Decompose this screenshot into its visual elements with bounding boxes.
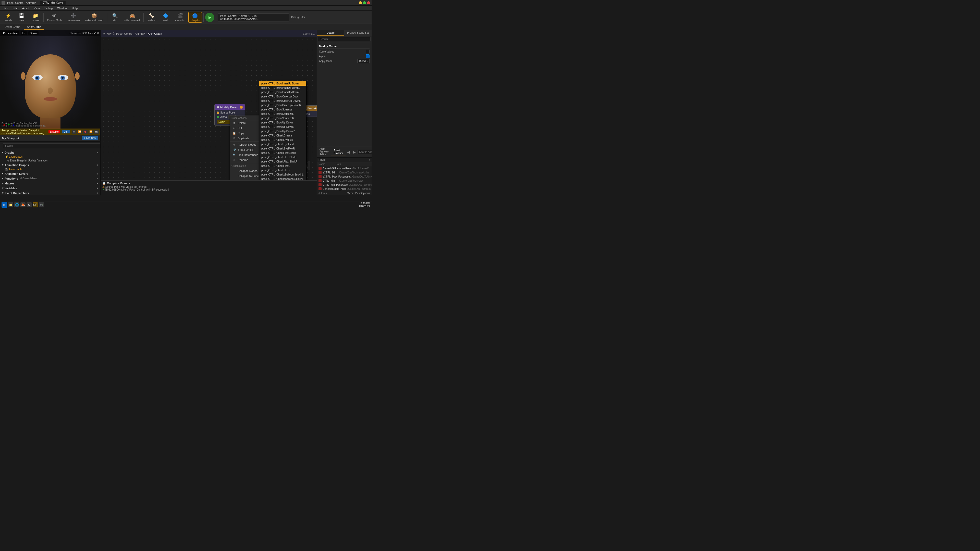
breadcrumb-root[interactable]: Pose_Control_AnimBP bbox=[116, 32, 145, 35]
add-graph-button[interactable]: + bbox=[97, 151, 98, 154]
menu-window[interactable]: Window bbox=[55, 6, 69, 10]
curve-item-2[interactable]: pose_CTRL_BrowOuterUp-Down bbox=[259, 94, 306, 99]
dispatchers-section-header[interactable]: ▾ Event Dispatchers + bbox=[0, 191, 100, 195]
hide-unrelated-button[interactable]: 🙈 Hide Unrelated bbox=[123, 12, 142, 22]
asset-row-3[interactable]: CTRL_Min /Game/DazToUnreal/ bbox=[317, 179, 372, 183]
anim-preview-tab[interactable]: Anim Preview Editor bbox=[317, 146, 331, 157]
mesh-button[interactable]: 🔷 Mesh bbox=[159, 12, 172, 22]
curve-item-0[interactable]: pose_CTRL_BrowInnerUp-DownL bbox=[259, 86, 306, 90]
breadcrumb-star-icon[interactable]: ★ bbox=[103, 32, 105, 35]
curve-dropdown[interactable]: pose_CTRL_BrowInnerUp-Down pose_CTRL_Bro… bbox=[259, 81, 306, 180]
taskbar-unreal[interactable]: UE bbox=[33, 202, 38, 207]
curve-item-6[interactable]: pose_CTRL_BrowSqueezeL bbox=[259, 112, 306, 116]
alpha-pin[interactable] bbox=[217, 116, 219, 118]
asset-nav-back[interactable]: ◀ bbox=[345, 149, 352, 155]
taskbar-settings[interactable]: ⚙ bbox=[27, 202, 32, 207]
add-function-button[interactable]: + bbox=[97, 177, 98, 180]
event-blueprint-item[interactable]: ◈ Event Blueprint Update Animation bbox=[0, 159, 100, 162]
menu-debug[interactable]: Debug bbox=[42, 6, 55, 10]
step-forward-button[interactable]: ⏩ bbox=[89, 130, 93, 134]
make-static-mesh-button[interactable]: 📦 Make Static Mesh bbox=[83, 12, 105, 22]
curve-item-19[interactable]: pose_CTRL_CheekFlexR bbox=[259, 168, 306, 172]
find-button[interactable]: 🔍 Find bbox=[109, 12, 121, 22]
breadcrumb-back-icon[interactable]: ◀ bbox=[107, 32, 108, 35]
details-tab[interactable]: Details bbox=[317, 30, 344, 36]
asset-browser-tab[interactable]: Asset Browser bbox=[331, 148, 346, 156]
functions-section-header[interactable]: ▾ Functions (4 Overridable) + bbox=[0, 176, 100, 181]
gizmo-z[interactable]: Z bbox=[12, 123, 16, 127]
record-button[interactable]: ⏺ bbox=[83, 130, 88, 134]
go-start-button[interactable]: ⏮ bbox=[72, 130, 76, 134]
debug-dropdown[interactable]: Pose_Control_AnimB_C_7 in AnimationEdito… bbox=[218, 13, 289, 21]
filter-expand-icon[interactable]: ▾ bbox=[369, 159, 370, 161]
lit-label[interactable]: Lit bbox=[21, 32, 27, 35]
add-dispatcher-button[interactable]: + bbox=[97, 192, 98, 195]
curve-item-14[interactable]: pose_CTRL_CheekEyeFlexR bbox=[259, 146, 306, 151]
play-button[interactable]: ▶ bbox=[205, 13, 215, 22]
curve-item-1[interactable]: pose_CTRL_BrowInnerUp-DownR bbox=[259, 90, 306, 94]
curve-item-20[interactable]: pose_CTRL_CheeksBalloon-SuckinL bbox=[259, 172, 306, 177]
curve-item-12[interactable]: pose_CTRL_CheekEyeFlex bbox=[259, 138, 306, 142]
anim-layers-section-header[interactable]: ▾ Animation Layers + bbox=[0, 171, 100, 176]
curve-item-11[interactable]: pose_CTRL_CheekCrease bbox=[259, 133, 306, 138]
asset-row-1[interactable]: eCTRL_Min /Game/DazToUnreal/Anim bbox=[317, 170, 372, 175]
edit-button[interactable]: Edit bbox=[62, 130, 70, 133]
menu-view[interactable]: View bbox=[32, 6, 42, 10]
curve-item-3[interactable]: pose_CTRL_BrowOuterUp-DownL bbox=[259, 99, 306, 103]
asset-search-input[interactable] bbox=[357, 150, 372, 154]
browse-button[interactable]: 📁 Browse bbox=[29, 12, 42, 22]
maximize-button[interactable] bbox=[363, 1, 366, 4]
apply-mode-dropdown[interactable]: Blend ▾ bbox=[357, 59, 369, 63]
add-new-button[interactable]: + Add New bbox=[82, 136, 98, 140]
add-variable-button[interactable]: + bbox=[97, 187, 98, 190]
menu-asset[interactable]: Asset bbox=[20, 6, 32, 10]
curve-item-selected[interactable]: pose_CTRL_BrowInnerUp-Down bbox=[259, 81, 306, 86]
anim-graph-item[interactable]: 🎬 AnimGraph bbox=[0, 167, 100, 171]
curve-item-7[interactable]: pose_CTRL_BrowSqueezeR bbox=[259, 116, 306, 121]
curve-item-16[interactable]: pose_CTRL_CheekFlex-SlackL bbox=[259, 155, 306, 159]
view-options-button[interactable]: View Options bbox=[355, 192, 370, 195]
curve-item-21[interactable]: pose_CTRL_CheeksBalloon-SuckinL bbox=[259, 177, 306, 180]
asset-row-5[interactable]: GenesisBMale_Anim /Game/DazToUnreal/ bbox=[317, 187, 372, 191]
curve-values-checkbox[interactable] bbox=[366, 50, 369, 53]
curve-item-17[interactable]: pose_CTRL_CheekFlex-SlackR bbox=[259, 159, 306, 164]
create-asset-button[interactable]: ➕ Create Asset bbox=[65, 12, 82, 22]
titlebar-tab-animgraph[interactable]: CTRL_Min_Curve bbox=[40, 1, 65, 5]
taskbar-chrome[interactable]: 🌐 bbox=[14, 202, 19, 207]
details-search-input[interactable] bbox=[318, 37, 371, 41]
gizmo-y[interactable]: Y bbox=[7, 123, 11, 127]
gizmo-x[interactable]: X bbox=[2, 123, 6, 127]
variables-section-header[interactable]: ▾ Variables + bbox=[0, 186, 100, 191]
asset-row-4[interactable]: CTRL_Min_PoseAsset /Game/DazToUnreal/Ass bbox=[317, 183, 372, 187]
go-end-button[interactable]: ⏭ bbox=[94, 130, 99, 134]
blueprint-active-button[interactable]: 🔵 Blueprint bbox=[188, 12, 202, 23]
add-anim-graph-button[interactable]: + bbox=[97, 164, 98, 167]
add-macro-button[interactable]: + bbox=[97, 182, 98, 185]
curve-item-5[interactable]: pose_CTRL_BrowSqueeze bbox=[259, 107, 306, 112]
preview-mesh-button[interactable]: 👁 Preview Mesh bbox=[45, 12, 64, 22]
taskbar-firefox[interactable]: 🦊 bbox=[21, 202, 25, 207]
add-layer-button[interactable]: + bbox=[97, 172, 98, 175]
clear-button[interactable]: Clear bbox=[347, 192, 353, 195]
preview-scene-tab[interactable]: Preview Scene Set bbox=[344, 30, 372, 36]
curve-item-18[interactable]: pose_CTRL_CheekFlexL bbox=[259, 164, 306, 168]
asset-row-2[interactable]: eCTRL_Max_PoseAsset /Game/DazToUnreal/ bbox=[317, 175, 372, 179]
macros-section-header[interactable]: ▾ Macros + bbox=[0, 181, 100, 186]
blueprint-search-input[interactable] bbox=[3, 143, 100, 148]
minimize-button[interactable] bbox=[359, 1, 362, 4]
asset-row-0[interactable]: GenesisGHumanoidPose /DazToUnreal/ bbox=[317, 166, 372, 170]
show-label[interactable]: Show bbox=[28, 32, 38, 35]
breadcrumb-current[interactable]: AnimGraph bbox=[148, 32, 162, 35]
menu-edit[interactable]: Edit bbox=[11, 6, 20, 10]
menu-help[interactable]: Help bbox=[70, 6, 80, 10]
animation-button[interactable]: 🎬 Animation bbox=[173, 12, 187, 22]
source-pose-pin[interactable] bbox=[217, 111, 219, 114]
alpha-checkbox[interactable] bbox=[366, 54, 369, 58]
compile-button[interactable]: ⚡ Compile bbox=[2, 12, 14, 22]
asset-nav-forward[interactable]: ▶ bbox=[352, 149, 357, 155]
curve-item-10[interactable]: pose_CTRL_BrowUp-DownR bbox=[259, 129, 306, 133]
save-button[interactable]: 💾 Save bbox=[15, 12, 28, 22]
graph-area[interactable]: ★ ◀ ▶ ⬡ Pose_Control_AnimBP › AnimGraph … bbox=[101, 30, 317, 180]
anim-graphs-section-header[interactable]: ▾ Animation Graphs + bbox=[0, 162, 100, 167]
perspective-label[interactable]: Perspective bbox=[2, 32, 19, 35]
